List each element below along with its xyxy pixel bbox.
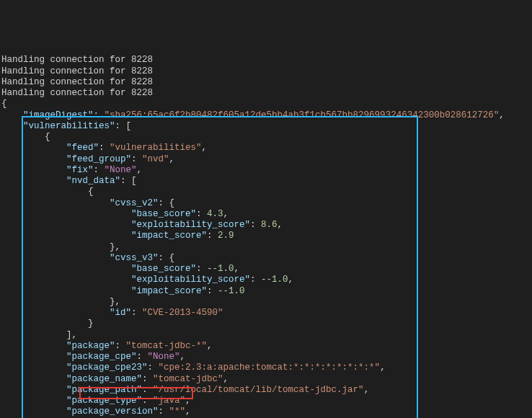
log-line: Handling connection for 8228 (1, 88, 153, 98)
json-line: "fix": "None", (1, 165, 142, 175)
json-line: "cvss_v3": { (1, 253, 174, 263)
terminal-output: Handling connection for 8228 Handling co… (0, 44, 532, 418)
json-line: "id": "CVE-2013-4590" (1, 308, 223, 318)
json-line: "feed": "vulnerabilities", (1, 143, 207, 153)
json-line: "exploitability_score": --1.0, (1, 275, 293, 285)
json-line: ], (1, 330, 77, 340)
json-line: "imageDigest": "sha256:65ac6f2b80482f605… (1, 110, 505, 120)
json-line: "base_score": --1.0, (1, 264, 239, 274)
json-line: }, (1, 297, 120, 307)
json-line: "package": "tomcat-jdbc-*", (1, 341, 213, 351)
json-line: { (1, 132, 50, 142)
json-line: "cvss_v2": { (1, 198, 174, 208)
json-line: }, (1, 242, 120, 252)
json-line: "feed_group": "nvd", (1, 154, 174, 164)
json-line-highlighted: "package_type": "java", (1, 396, 191, 406)
json-line: "impact_score": 2.9 (1, 231, 234, 241)
json-line: { (1, 187, 94, 197)
json-line: "package_cpe": "None", (1, 352, 185, 362)
log-line: Handling connection for 8228 (1, 55, 153, 65)
json-line: } (1, 319, 94, 329)
json-line: "package_cpe23": "cpe:2.3:a:apache:tomca… (1, 363, 386, 373)
log-line: Handling connection for 8228 (1, 66, 153, 76)
json-line: "vulnerabilities": [ (1, 121, 131, 131)
json-line: "package_name": "tomcat-jdbc", (1, 374, 229, 384)
log-line: Handling connection for 8228 (1, 77, 153, 87)
json-line: "package_path": "/usr/local/tomcat/lib/t… (1, 385, 369, 395)
json-line: "base_score": 4.3, (1, 209, 229, 219)
json-line: { (1, 99, 7, 109)
json-line: "nvd_data": [ (1, 176, 137, 186)
json-line: "impact_score": --1.0 (1, 286, 245, 296)
json-line: "exploitability_score": 8.6, (1, 220, 283, 230)
json-line: "package_version": "*", (1, 406, 191, 417)
